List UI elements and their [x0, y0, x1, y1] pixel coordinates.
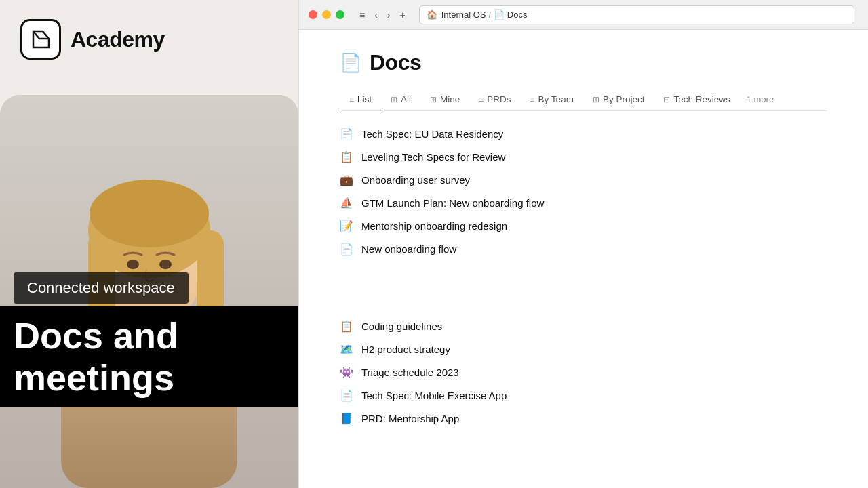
doc-icon-10: 📄 — [340, 388, 353, 402]
doc-title-1: Tech Spec: EU Data Residency — [361, 128, 503, 140]
page-title-row: 📄 Docs — [340, 50, 827, 75]
doc-title-5: Mentorship onboarding redesign — [361, 220, 507, 232]
notion-content: 📄 Docs ≡ List ⊞ All ⊞ Mine ≡ — [299, 30, 868, 488]
tab-by-project-label: By Project — [603, 94, 645, 104]
docs-meetings-banner: Docs and meetings — [0, 306, 298, 407]
home-icon: 🏠 — [427, 9, 437, 20]
list-item[interactable]: 📋 Leveling Tech Specs for Review — [340, 145, 827, 168]
doc-title-4: GTM Launch Plan: New onboarding flow — [361, 197, 544, 209]
by-project-tab-icon: ⊞ — [593, 95, 599, 104]
doc-icon-9: 👾 — [340, 365, 353, 379]
list-item[interactable]: 📝 Mentorship onboarding redesign — [340, 214, 827, 237]
minimize-button[interactable] — [322, 10, 331, 19]
notion-logo — [20, 19, 61, 60]
list-item[interactable]: ⛵ GTM Launch Plan: New onboarding flow — [340, 191, 827, 214]
list-item[interactable]: 🗺️ H2 product strategy — [340, 338, 827, 361]
breadcrumb: Internal OS / 📄 Docs — [441, 9, 528, 20]
breadcrumb-docs: Docs — [507, 9, 528, 20]
page-icon: 📄 — [340, 52, 361, 73]
prds-tab-icon: ≡ — [479, 95, 484, 104]
breadcrumb-separator: / — [488, 10, 490, 20]
browser-titlebar: ≡ ‹ › + 🏠 Internal OS / 📄 Docs — [299, 0, 868, 30]
doc-icon: 📄 — [494, 9, 505, 20]
tab-by-project[interactable]: ⊞ By Project — [583, 89, 654, 111]
doc-title-10: Tech Spec: Mobile Exercise App — [361, 390, 507, 401]
doc-title-9: Triage schedule 2023 — [361, 367, 459, 378]
tab-by-team[interactable]: ≡ By Team — [521, 89, 583, 111]
doc-title-8: H2 product strategy — [361, 344, 450, 355]
svg-point-9 — [90, 180, 209, 247]
breadcrumb-internal-os: Internal OS — [441, 9, 486, 20]
address-bar[interactable]: 🏠 Internal OS / 📄 Docs — [419, 5, 854, 24]
traffic-lights — [309, 10, 344, 19]
list-item[interactable]: 📄 Tech Spec: EU Data Residency — [340, 122, 827, 145]
by-team-tab-icon: ≡ — [530, 95, 535, 104]
mine-tab-icon: ⊞ — [430, 95, 437, 104]
tab-all-label: All — [401, 94, 411, 104]
doc-title-3: Onboarding user survey — [361, 174, 470, 186]
doc-list: 📄 Tech Spec: EU Data Residency 📋 Levelin… — [340, 122, 827, 430]
doc-title-2: Leveling Tech Specs for Review — [361, 151, 505, 163]
all-tab-icon: ⊞ — [391, 95, 397, 104]
tech-reviews-tab-icon: ⊟ — [663, 95, 670, 104]
tab-tech-reviews[interactable]: ⊟ Tech Reviews — [654, 89, 739, 111]
left-panel: Academy — [0, 0, 298, 488]
tab-prds[interactable]: ≡ PRDs — [469, 89, 520, 111]
tab-prds-label: PRDs — [487, 94, 511, 104]
academy-title: Academy — [71, 27, 165, 52]
tab-list-label: List — [357, 94, 372, 104]
svg-point-11 — [159, 260, 172, 269]
list-item[interactable]: 📄 New onboarding flow — [340, 237, 827, 260]
doc-icon-1: 📄 — [340, 127, 353, 140]
doc-title-6: New onboarding flow — [361, 243, 456, 255]
tabs-row: ≡ List ⊞ All ⊞ Mine ≡ PRDs ≡ By Team — [340, 89, 827, 111]
svg-point-10 — [127, 260, 139, 269]
maximize-button[interactable] — [336, 10, 344, 19]
overlay-container: Connected workspace Docs and meetings — [0, 272, 298, 407]
tab-mine[interactable]: ⊞ Mine — [420, 89, 469, 111]
forward-button[interactable]: › — [384, 8, 393, 22]
doc-icon-8: 🗺️ — [340, 342, 353, 356]
doc-icon-5: 📝 — [340, 219, 353, 232]
spacer — [340, 260, 827, 314]
tab-by-team-label: By Team — [538, 94, 574, 104]
doc-icon-11: 📘 — [340, 411, 353, 425]
back-button[interactable]: ‹ — [372, 8, 380, 22]
tab-more[interactable]: 1 more — [740, 89, 781, 111]
doc-icon-3: 💼 — [340, 173, 353, 186]
list-item[interactable]: 📘 PRD: Mentorship App — [340, 407, 827, 430]
list-tab-icon: ≡ — [349, 95, 354, 104]
notion-page: 📄 Docs ≡ List ⊞ All ⊞ Mine ≡ — [299, 30, 868, 443]
tab-more-label: 1 more — [747, 94, 774, 104]
menu-button[interactable]: ≡ — [357, 8, 368, 22]
browser-controls: ≡ ‹ › + — [357, 8, 408, 22]
tab-mine-label: Mine — [440, 94, 460, 104]
doc-icon-2: 📋 — [340, 150, 353, 163]
list-item[interactable]: 👾 Triage schedule 2023 — [340, 361, 827, 384]
list-item[interactable]: 💼 Onboarding user survey — [340, 168, 827, 191]
doc-icon-6: 📄 — [340, 242, 353, 256]
doc-icon-4: ⛵ — [340, 196, 353, 209]
tab-all[interactable]: ⊞ All — [381, 89, 420, 111]
tab-tech-reviews-label: Tech Reviews — [673, 94, 730, 104]
new-tab-button[interactable]: + — [397, 8, 408, 22]
doc-title-7: Coding guidelines — [361, 321, 442, 332]
connected-workspace-label: Connected workspace — [14, 272, 189, 304]
list-item[interactable]: 📄 Tech Spec: Mobile Exercise App — [340, 384, 827, 407]
list-item[interactable]: 📋 Coding guidelines — [340, 314, 827, 338]
browser-window: ≡ ‹ › + 🏠 Internal OS / 📄 Docs 📄 Docs — [298, 0, 868, 488]
academy-header: Academy — [0, 0, 298, 79]
doc-icon-7: 📋 — [340, 319, 353, 333]
doc-title-11: PRD: Mentorship App — [361, 413, 459, 424]
close-button[interactable] — [309, 10, 317, 19]
page-title: Docs — [370, 50, 421, 75]
tab-list[interactable]: ≡ List — [340, 89, 381, 111]
